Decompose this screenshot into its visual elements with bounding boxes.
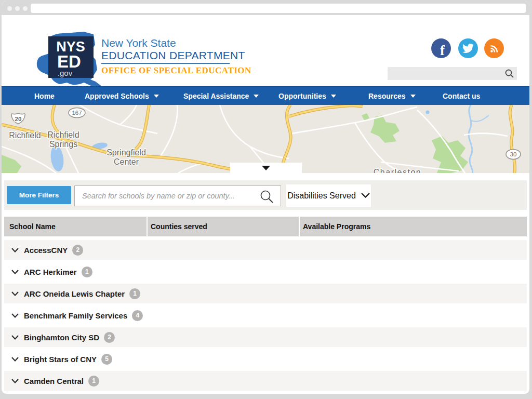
- column-school-name: School Name: [9, 217, 56, 236]
- dropdown-caret-icon: [154, 95, 159, 98]
- program-count-badge: 2: [72, 245, 83, 256]
- school-name: Camden Central: [24, 377, 84, 385]
- site-search-icon[interactable]: [504, 69, 515, 79]
- site-title-line2: EDUCATION DEPARTMENT: [101, 49, 245, 62]
- map-label-springfield-2: Center: [114, 157, 139, 166]
- expand-chevron-icon: [11, 247, 19, 253]
- nav-label: Resources: [368, 92, 406, 100]
- site-search-input[interactable]: [388, 67, 517, 80]
- school-name: ARC Herkimer: [24, 268, 77, 276]
- school-row-camden-central[interactable]: Camden Central 1: [4, 371, 527, 391]
- expand-chevron-icon: [11, 291, 19, 297]
- office-subtitle: OFFICE OF SPECIAL EDUCATION: [101, 65, 251, 76]
- browser-chrome: [2, 1, 529, 15]
- school-row-accesscny[interactable]: AccessCNY 2: [4, 240, 527, 260]
- facebook-icon[interactable]: f: [431, 38, 451, 58]
- map-label-richfield-springs-1: Richfield: [47, 130, 79, 139]
- title-divider: [101, 63, 230, 64]
- program-count-badge: 2: [104, 332, 115, 343]
- map-label-richfield: Richfield: [9, 131, 41, 140]
- column-counties-served: Counties served: [151, 217, 207, 236]
- chevron-down-icon: [361, 193, 370, 198]
- site-title-line1: New York State: [101, 37, 176, 49]
- column-separator: [299, 217, 300, 236]
- expand-chevron-icon: [11, 313, 19, 318]
- program-count-badge: 1: [129, 288, 140, 299]
- svg-text:30: 30: [510, 151, 517, 157]
- school-row-benchmark[interactable]: Benchmark Family Services 4: [4, 305, 527, 325]
- column-separator: [147, 217, 148, 236]
- map-label-springfield-1: Springfield: [107, 148, 146, 157]
- rss-icon[interactable]: [484, 38, 504, 58]
- svg-text:20: 20: [15, 116, 22, 122]
- school-search-input[interactable]: [74, 185, 281, 206]
- nav-item-opportunities[interactable]: Opportunities: [278, 87, 336, 105]
- nav-item-home[interactable]: Home: [34, 87, 55, 105]
- map-label-charleston: Charleston: [374, 168, 421, 173]
- route-shield-167: 167: [69, 108, 85, 118]
- school-row-arc-oneida-lewis[interactable]: ARC Oneida Lewis Chapter 1: [4, 284, 527, 303]
- nav-label: Approved Schools: [85, 92, 149, 100]
- program-count-badge: 1: [82, 267, 92, 277]
- school-row-arc-herkimer[interactable]: ARC Herkimer 1: [4, 262, 527, 282]
- dropdown-caret-icon: [410, 95, 416, 98]
- expand-chevron-icon: [11, 269, 19, 275]
- twitter-icon[interactable]: [458, 38, 478, 58]
- column-available-programs: Available Programs: [303, 217, 370, 236]
- school-name: Benchmark Family Services: [24, 311, 127, 320]
- schools-table-header: School Name Counties served Available Pr…: [4, 217, 527, 236]
- school-name: AccessCNY: [24, 246, 68, 255]
- svg-text:167: 167: [72, 110, 82, 116]
- school-search-icon[interactable]: [259, 189, 275, 205]
- map-label-richfield-springs-2: Springs: [49, 140, 77, 149]
- nav-label: Home: [34, 92, 55, 100]
- map-collapse-button[interactable]: [230, 163, 302, 173]
- program-count-badge: 4: [132, 310, 143, 321]
- nav-item-contact-us[interactable]: Contact us: [443, 87, 480, 105]
- school-name: ARC Oneida Lewis Chapter: [24, 289, 125, 298]
- browser-window: NYS ED .gov New York State EDUCATION DEP…: [2, 1, 529, 394]
- school-name: Binghamton City SD: [24, 333, 99, 342]
- window-dot: [7, 6, 12, 11]
- dropdown-caret-icon: [254, 95, 259, 98]
- route-shield-30: 30: [506, 150, 521, 159]
- route-shield-us20: 20: [11, 113, 25, 124]
- main-nav: Home Approved Schools Special Assistance…: [2, 86, 529, 105]
- school-row-binghamton[interactable]: Binghamton City SD 2: [4, 327, 527, 347]
- twitter-bird-glyph: [462, 43, 474, 54]
- more-filters-button[interactable]: More Filters: [7, 186, 71, 204]
- nav-item-special-assistance[interactable]: Special Assistance: [183, 87, 259, 105]
- nav-label: Contact us: [443, 92, 480, 100]
- collapse-triangle-icon: [262, 166, 270, 170]
- rss-glyph: [489, 43, 500, 54]
- school-row-bright-stars[interactable]: Bright Stars of CNY 5: [4, 349, 527, 369]
- address-bar[interactable]: [31, 4, 526, 13]
- nav-label: Opportunities: [278, 92, 326, 100]
- facebook-f-glyph: f: [440, 43, 445, 59]
- dropdown-label: Disabilities Served: [287, 191, 356, 201]
- expand-chevron-icon: [11, 335, 19, 340]
- nav-item-resources[interactable]: Resources: [368, 87, 416, 105]
- nav-item-approved-schools[interactable]: Approved Schools: [85, 87, 159, 105]
- expand-chevron-icon: [11, 356, 19, 362]
- program-count-badge: 5: [101, 354, 112, 365]
- disabilities-served-dropdown[interactable]: Disabilities Served: [286, 184, 371, 207]
- expand-chevron-icon: [11, 378, 19, 384]
- window-dot: [15, 6, 20, 11]
- logo-gov-text: .gov: [58, 69, 73, 77]
- nysed-logo: NYS ED .gov: [33, 31, 104, 87]
- program-count-badge: 1: [88, 376, 99, 387]
- nav-label: Special Assistance: [183, 92, 249, 100]
- window-dot: [23, 6, 28, 11]
- dropdown-caret-icon: [331, 95, 336, 98]
- school-name: Bright Stars of CNY: [24, 355, 97, 364]
